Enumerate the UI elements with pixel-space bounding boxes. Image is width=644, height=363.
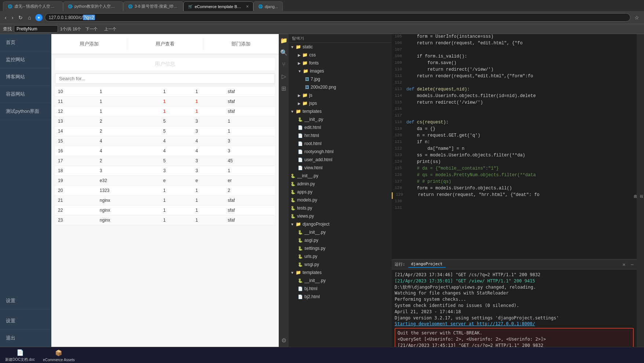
code-content: return redirect('/view/'): [406, 100, 635, 107]
sidebar-item-blog[interactable]: 博客网站: [0, 68, 51, 86]
url-bar-container[interactable]: 127.0.0.1:8000/c/?q=2: [45, 13, 630, 22]
taskbar-item-doc[interactable]: 📄 新建DOC文档.doc: [2, 347, 38, 363]
search-input[interactable]: [55, 73, 275, 84]
browser-tab-1[interactable]: 🌐 虚无-- 情感的个人空间_哔哩哔...: [3, 1, 63, 11]
tree-css[interactable]: ▶ 📁 css: [296, 51, 392, 59]
table-cell: e: [160, 176, 193, 186]
tree-useradd[interactable]: 📄 user_add.html: [296, 156, 392, 164]
line-number: 130: [393, 199, 406, 205]
settings-icon[interactable]: ⚙: [280, 336, 288, 345]
browser-tab-2[interactable]: 🌐 python教室的个人空间_哔哩哔...: [63, 1, 123, 11]
sidebar-item-monitor[interactable]: 监控网站: [0, 51, 51, 68]
terminal-tab-run[interactable]: djangoProject: [408, 261, 446, 268]
code-content: # da = {"mobile__contains":"1"}: [406, 166, 635, 173]
table-cell: 4: [193, 136, 225, 146]
terminal-close-icon[interactable]: ×: [622, 262, 625, 267]
tree-testspy[interactable]: 🐍 tests.py: [289, 204, 392, 212]
tree-static[interactable]: ▼ 📁 static: [289, 43, 392, 51]
explorer-icon[interactable]: 📁: [279, 36, 289, 45]
sidebar-item-logout[interactable]: 退出: [0, 330, 51, 347]
line-number: 118: [393, 120, 406, 126]
table-cell: 1: [193, 186, 225, 196]
table-row: 23nginx11sfaf: [55, 215, 275, 225]
tab-close-4[interactable]: ×: [246, 4, 249, 9]
table-cell: 1: [193, 205, 225, 215]
tree-viewspy[interactable]: 🐍 views.py: [289, 212, 392, 220]
tree-init-top[interactable]: 🐍 __init__.py: [289, 172, 392, 180]
tree-t2-init[interactable]: 🐍 __init__.py: [296, 277, 392, 285]
tree-settingspy[interactable]: 🐍 settings.py: [296, 244, 392, 252]
tree-wsgipy[interactable]: 🐍 wsgi.py: [296, 260, 392, 268]
tree-bj2html[interactable]: 📄 bj2.html: [296, 293, 392, 301]
table-cell: 1: [193, 87, 225, 97]
tree-rootyongh[interactable]: 📄 rootyongh.html: [296, 148, 392, 156]
tree-hrrhtml[interactable]: 📄 hrr.html: [296, 132, 392, 140]
table-row: 201323112: [55, 186, 275, 196]
code-line: 128 form = models.Userinfo.objects.all(): [392, 186, 637, 192]
tree-bjhtml[interactable]: 📄 bj.html: [296, 285, 392, 293]
bookmark-button[interactable]: ☆: [633, 14, 641, 21]
tree-fonts[interactable]: ▶ 📁 fonts: [296, 59, 392, 67]
sidebar-item-test[interactable]: 测试python界面: [0, 103, 51, 120]
tree-initpy1[interactable]: 🐍 __init_.py: [296, 115, 392, 123]
home-button[interactable]: ⌂: [26, 14, 33, 21]
folder-fonts-icon: 📁: [302, 60, 308, 66]
tree-200png[interactable]: 🖼 200x200.png: [304, 83, 392, 91]
find-input[interactable]: [14, 25, 58, 33]
tree-7jpg[interactable]: 🖼 7.jpg: [304, 75, 392, 83]
taskbar-item-ecommerce[interactable]: 📦 eCommerce Assets: [40, 348, 78, 363]
sidebar-item-settings2[interactable]: 设置: [0, 312, 51, 330]
code-line: 108 if form.is_valid():: [392, 54, 637, 60]
table-cell: 1: [225, 116, 275, 126]
tree-appspy[interactable]: 🐍 apps.py: [289, 188, 392, 196]
tree-viewhtml[interactable]: 📄 view.html: [296, 164, 392, 172]
header-btn-view-user[interactable]: 用户查看: [127, 38, 203, 50]
folder-templates1-label: templates: [303, 109, 322, 114]
git-icon[interactable]: ⑂: [281, 60, 287, 69]
tree-dp-init[interactable]: 🐍 __init__.py: [296, 228, 392, 236]
tree-templates2[interactable]: ▼ 📁 templates: [289, 268, 392, 277]
tree-templates1[interactable]: ▼ 📁 templates: [289, 107, 392, 115]
forward-button[interactable]: ›: [10, 14, 15, 21]
tree-roothtml[interactable]: 📄 root.html: [296, 140, 392, 148]
table-row: 19e32eeer: [55, 176, 275, 186]
header-btn-add-dept[interactable]: 部门添加: [203, 38, 279, 50]
find-next-button[interactable]: 下一个: [83, 26, 100, 33]
file-settingspy-label: settings.py: [304, 246, 325, 251]
tree-images[interactable]: ▼ 📁 images: [296, 67, 392, 75]
line-number: 111: [393, 74, 406, 80]
line-number: 125: [393, 166, 406, 173]
tree-modelspy[interactable]: 🐍 models.py: [289, 196, 392, 204]
terminal-log-line[interactable]: Starting development server at http://12…: [395, 321, 634, 327]
table-cell: 4: [160, 146, 193, 156]
tree-asgipy[interactable]: 🐍 asgi.py: [296, 236, 392, 244]
tree-djangoproj[interactable]: ▼ 📁 djangoProject: [289, 220, 392, 228]
code-content: [406, 80, 635, 87]
table-cell: 13: [55, 116, 97, 126]
sidebar-item-settings1[interactable]: 设置: [0, 292, 51, 310]
extensions-icon[interactable]: ⊞: [280, 84, 288, 93]
folder-djangoproj-label: djangoProject: [303, 222, 329, 227]
file-initpy1-label: __init_.py: [304, 117, 323, 122]
code-line: 113def delete(request,nid):: [392, 87, 637, 93]
sidebar-item-container[interactable]: 容器网站: [0, 86, 51, 103]
tree-js[interactable]: ▶ 📁 js: [296, 91, 392, 99]
tree-edithtml[interactable]: 📄 edit.html: [296, 123, 392, 132]
browser-tab-4-active[interactable]: 🛒 eCommerce template By Ac... ×: [183, 1, 253, 11]
table-cell: 4: [97, 136, 160, 146]
browser-tab-3[interactable]: 🌐 3-8 眼号管理-搜索_哔哩哔哩_B...: [123, 1, 183, 11]
tree-adminpy[interactable]: 🐍 admin.py: [289, 180, 392, 188]
url-text: 127.0.0.1:8000/c/: [49, 15, 83, 20]
sidebar-item-home[interactable]: 首页: [0, 34, 51, 51]
terminal-minimize-icon[interactable]: −: [631, 262, 634, 267]
tree-urlspy[interactable]: 🐍 urls.py: [296, 252, 392, 260]
find-prev-button[interactable]: 上一个: [102, 26, 118, 33]
search-ide-icon[interactable]: 🔍: [279, 48, 289, 58]
browser-tab-5[interactable]: 🌐 djang...: [253, 1, 283, 11]
tree-jsps[interactable]: ▶ 📁 jsps: [296, 99, 392, 107]
header-btn-add-user[interactable]: 用户添加: [51, 38, 127, 50]
refresh-button[interactable]: ↻: [17, 14, 25, 21]
code-content: return render(request, "hrr.html", {"dea…: [407, 192, 635, 199]
back-button[interactable]: ‹: [3, 14, 8, 21]
debug-icon[interactable]: ▷: [280, 71, 288, 81]
